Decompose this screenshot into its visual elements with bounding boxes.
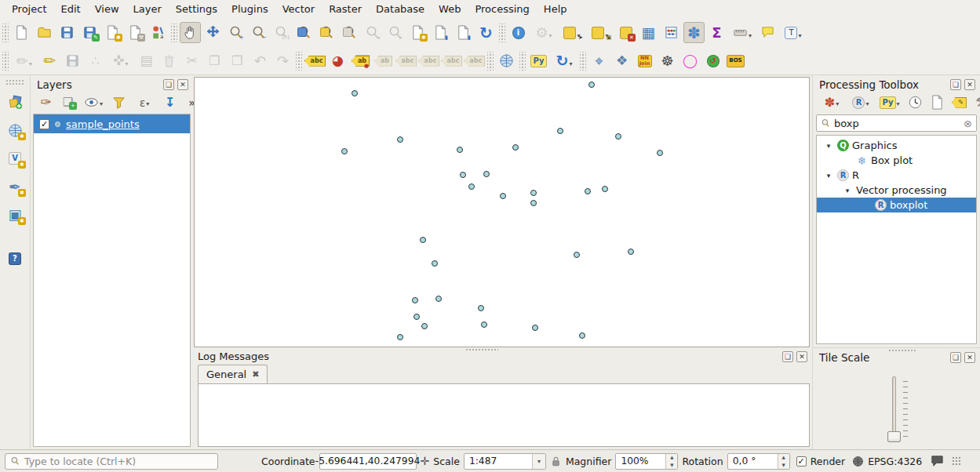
select-features-button[interactable]: ➤▾ xyxy=(559,22,585,43)
pin-unpin-labels-button[interactable]: ab● xyxy=(350,50,371,71)
label-toolbar-handle[interactable] xyxy=(296,52,302,71)
open-project-button[interactable] xyxy=(34,22,55,43)
current-edits-button[interactable]: ✏▾ xyxy=(11,50,38,71)
attributes-toolbar-handle[interactable] xyxy=(499,24,505,42)
menu-view[interactable]: View xyxy=(88,2,126,16)
statistical-summary-button[interactable]: Σ xyxy=(706,22,727,43)
processing-search-input[interactable]: boxp ⊗ xyxy=(816,114,977,132)
filter-by-expression-button[interactable]: ε▾ xyxy=(131,93,158,111)
menu-help[interactable]: Help xyxy=(537,2,574,16)
navigation-toolbar-handle[interactable] xyxy=(171,24,177,42)
move-label-button[interactable]: abc xyxy=(418,50,439,71)
clear-search-icon[interactable]: ⊗ xyxy=(964,118,972,129)
new-spatialite-layer-button[interactable]: ✒✱ xyxy=(3,175,27,198)
vector-plugins-toolbar-handle[interactable] xyxy=(580,52,586,71)
show-layout-manager-button[interactable]: ⚒ xyxy=(125,22,146,43)
help-button[interactable]: ? xyxy=(3,247,27,270)
tree-item-vector-processing[interactable]: ▾Vector processing xyxy=(817,183,976,198)
tile-scale-slider-handle[interactable] xyxy=(887,431,901,442)
new-spatial-bookmark-button[interactable]: ✱ xyxy=(407,22,428,43)
render-checkbox[interactable]: ✓ xyxy=(796,456,807,467)
filter-legend-button[interactable]: ▾ xyxy=(80,93,107,111)
spin-down-icon[interactable]: ▼ xyxy=(666,461,677,469)
menu-settings[interactable]: Settings xyxy=(169,2,224,16)
delete-selected-button[interactable] xyxy=(158,50,180,71)
close-panel-button[interactable]: ✕ xyxy=(177,79,188,90)
options-button[interactable]: ⚒ xyxy=(971,93,980,111)
resize-grip[interactable] xyxy=(952,456,961,466)
new-virtual-layer-button[interactable]: ▣✱ xyxy=(3,203,27,227)
zoom-in-button[interactable]: + xyxy=(225,22,246,43)
save-project-as-button[interactable]: ✎ xyxy=(79,22,100,43)
new-geopackage-layer-button[interactable]: ✱ xyxy=(3,118,27,142)
open-layer-styling-button[interactable]: ✑ xyxy=(36,93,56,111)
r-scripts-button[interactable]: R▾ xyxy=(847,93,874,111)
refresh-button[interactable]: ↻ xyxy=(475,22,497,43)
tree-item-graphics[interactable]: ▾QGraphics xyxy=(817,138,976,153)
zoom-full-button[interactable] xyxy=(293,22,315,43)
vertex-tool-button[interactable]: ✜▾ xyxy=(107,50,134,71)
zoom-native-button[interactable]: 1:1 xyxy=(271,22,292,43)
plugin-bos-button[interactable]: BOS xyxy=(725,50,746,71)
plugin-fan-button[interactable]: ☸ xyxy=(657,50,678,71)
run-feature-action-button[interactable]: ⚙▾ xyxy=(530,22,557,43)
splitter-handle[interactable] xyxy=(888,349,916,353)
layer-item-sample-points[interactable]: ✓ sample_points xyxy=(34,114,190,133)
python-scripts-button[interactable]: Py▾ xyxy=(876,93,903,111)
layer-diagram-options-button[interactable]: ◕ xyxy=(327,50,348,71)
float-panel-button[interactable]: ❏ xyxy=(163,79,174,90)
log-messages-button[interactable] xyxy=(927,453,946,469)
menu-web[interactable]: Web xyxy=(432,2,468,16)
splitter-handle[interactable] xyxy=(465,348,498,352)
pan-map-button[interactable] xyxy=(180,22,201,43)
results-viewer-button[interactable] xyxy=(927,93,947,111)
redo-button[interactable]: ↷ xyxy=(272,50,293,71)
tree-item-box-plot[interactable]: ❄Box plot xyxy=(817,153,976,168)
expander-icon[interactable]: ▾ xyxy=(823,172,834,180)
crs-status-button[interactable]: EPSG:4326 xyxy=(852,456,922,467)
show-hide-labels-button[interactable]: abc xyxy=(395,50,417,71)
python-toolbar-handle[interactable] xyxy=(519,52,526,71)
plugin-ellipse-button[interactable]: ◯ xyxy=(679,50,701,71)
toggle-extents-icon[interactable]: ✛ xyxy=(421,455,430,467)
spin-up-icon[interactable]: ▲ xyxy=(666,454,677,462)
float-panel-button[interactable]: ❏ xyxy=(950,352,961,363)
undo-button[interactable]: ↶ xyxy=(250,50,271,71)
locate-input[interactable]: Type to locate (Ctrl+K) xyxy=(5,453,218,470)
select-by-form-button[interactable]: ▣▾ xyxy=(587,22,614,43)
show-spatial-bookmarks-button[interactable]: ▮ xyxy=(430,22,451,43)
float-panel-button[interactable]: ❏ xyxy=(950,79,961,90)
close-panel-button[interactable]: ✕ xyxy=(796,351,807,362)
menu-processing[interactable]: Processing xyxy=(468,2,536,16)
close-panel-button[interactable]: ✕ xyxy=(964,79,975,90)
paste-features-button[interactable]: ❒ xyxy=(227,50,248,71)
expander-icon[interactable]: ▾ xyxy=(842,187,853,194)
layer-visibility-checkbox[interactable]: ✓ xyxy=(39,119,49,129)
rotate-label-button[interactable]: abc xyxy=(441,50,462,71)
metasearch-toolbar-handle[interactable] xyxy=(487,52,494,71)
zoom-to-layer-button[interactable] xyxy=(339,22,360,43)
deselect-all-button[interactable]: ✕ xyxy=(615,22,636,43)
menu-project[interactable]: Project xyxy=(5,2,53,16)
close-panel-button[interactable]: ✕ xyxy=(964,352,975,363)
tab-close-icon[interactable]: ✖ xyxy=(252,369,259,379)
plugin-gps-button[interactable]: ⌖ xyxy=(588,50,610,71)
metasearch-button[interactable] xyxy=(496,50,517,71)
zoom-last-button[interactable]: ◂ xyxy=(362,22,383,43)
menu-database[interactable]: Database xyxy=(369,2,432,16)
filter-by-map-content-button[interactable] xyxy=(109,93,129,111)
spin-down-icon[interactable]: ▼ xyxy=(778,461,789,469)
show-bookmark-manager-button[interactable]: ▮ xyxy=(453,22,474,43)
toggle-editing-button[interactable]: ✏ xyxy=(39,50,60,71)
zoom-next-button[interactable]: ▸ xyxy=(384,22,406,43)
plugin-reloader-button[interactable]: ↻▾ xyxy=(551,50,577,71)
processing-toolbox-toggle-button[interactable]: ✽ xyxy=(683,22,705,43)
manage-map-themes-button[interactable]: ❏+ xyxy=(58,93,78,111)
dock-handle[interactable] xyxy=(5,79,24,85)
menu-plugins[interactable]: Plugins xyxy=(224,2,275,16)
add-point-feature-button[interactable]: ∴ xyxy=(85,50,106,71)
data-source-manager-button[interactable] xyxy=(3,90,27,114)
tab-general[interactable]: General ✖ xyxy=(198,365,268,383)
scale-dropdown-button[interactable]: ▾ xyxy=(532,454,545,469)
save-layer-edits-button[interactable] xyxy=(62,50,83,71)
